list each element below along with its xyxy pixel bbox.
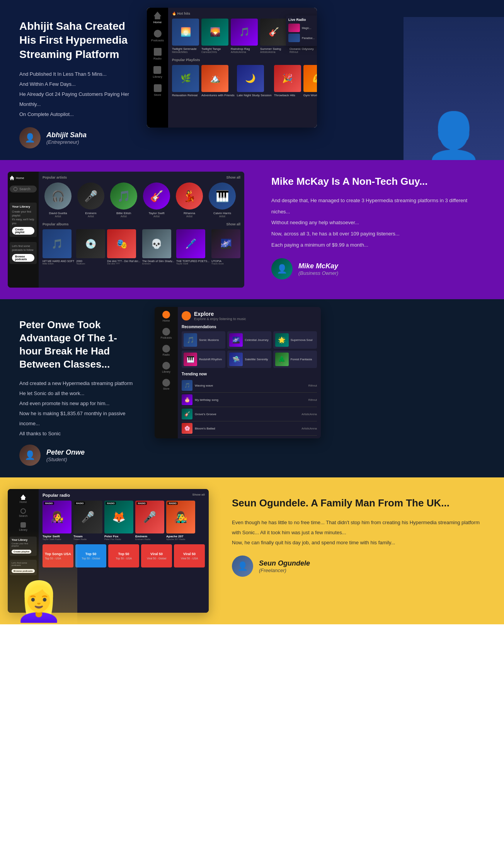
artist-2[interactable]: 🎵 Billie Eilish Artist [108, 182, 139, 218]
app1-nav-podcasts[interactable]: Podcasts [151, 30, 164, 42]
s2-author-info: Mike McKay (Business Owner) [298, 262, 338, 276]
artist-5[interactable]: 🎹 Calvin Harris Artist [207, 182, 238, 218]
rec-2[interactable]: 🌟 Supernova Soul [273, 331, 317, 349]
search-icon [14, 187, 17, 191]
app2-main: Popular artists Show all 🎧 David Guetta … [39, 172, 244, 288]
section1: Abhijit Saha Created His First Hypermedi… [0, 0, 504, 160]
section1-content: Abhijit Saha Created His First Hypermedi… [0, 0, 147, 160]
playlist-card-4[interactable]: 💪 Gym Workout [303, 65, 317, 97]
author-avatar: 👤 [19, 127, 41, 148]
track-card-3[interactable]: 🎸 Summer Swing ArtisticArena [260, 19, 287, 53]
trending-0[interactable]: 🎵 Waving wave Rithnut [182, 378, 317, 393]
create-playlist-btn[interactable]: Create playlist [12, 227, 34, 235]
albums-row: 🎵 HIT ME HARD AND SOFT Billie Eilish 💿 2… [43, 229, 240, 265]
author-name: Abhijit Saha [46, 131, 87, 139]
album-5[interactable]: 🌌 UTOPIA Travis Scott [211, 229, 240, 265]
artist-4[interactable]: 💃 Rihanna Artist [174, 182, 205, 218]
chart-4[interactable]: Viral 50 Viral 50 - USA [174, 544, 205, 567]
live-radio-panel: Live Radio Magic... Paradise... [286, 15, 317, 46]
browse-podcasts-btn[interactable]: Browse podcasts [12, 254, 34, 262]
bullet-2: And Within A Few Days... [19, 79, 135, 89]
rec-0[interactable]: 🎵 Sonic Illusions [182, 331, 225, 349]
live-radio-item-1[interactable]: Paradise... [288, 34, 317, 42]
playlist-card-2[interactable]: 🌙 Late Night Study Session [237, 65, 272, 97]
trending-2[interactable]: 🎸 Grove's Groove ArtisticArena [182, 407, 317, 421]
app-screenshot-2: Home Search Your Library Create your fir… [8, 172, 244, 288]
home-icon [162, 311, 170, 319]
artist-0[interactable]: 🎧 David Guetta Artist [43, 182, 73, 218]
section2-heading: Mike McKay Is A Non-Tech Guy... [271, 176, 485, 187]
section4-content: Seun Ogundele. A Family Man From The UK.… [216, 477, 504, 624]
explore-nav-radio[interactable]: Radio [162, 345, 170, 356]
app1-nav-library[interactable]: Library [153, 66, 162, 78]
radio-station-3[interactable]: 🎤 RADIO Eminem Eminem Radio [135, 501, 164, 540]
playlist-card-0[interactable]: 🌿 Relaxation Retreat [172, 65, 199, 97]
section1-app-area: Home Podcasts Radio Library [147, 0, 504, 160]
explore-nav-store[interactable]: Store [162, 379, 170, 390]
bullet-4: On Complete Autopilot... [19, 109, 135, 119]
s3-bullet-1: He let Sonic do all the work... [19, 389, 135, 399]
s2-bullet-0: And despite that, He managed to create 3… [271, 195, 485, 217]
trending-1[interactable]: 🎂 My birthday song Rithnut [182, 393, 317, 407]
artist-3[interactable]: 🎸 Taylor Swift Artist [141, 182, 172, 218]
author-info: Abhijit Saha (Entrepreneur) [46, 131, 87, 145]
section3: Peter Onwe Took Advantage Of The 1-hour … [0, 299, 504, 477]
radio-show-all[interactable]: Show all [192, 493, 205, 498]
artists-row: 🎧 David Guetta Artist 🎤 Eminem Artist 🎵 … [43, 182, 240, 218]
explore-icon-big [182, 311, 191, 320]
s3-bullet-3: Now he is making $1,835.67 monthly in pa… [19, 409, 135, 429]
album-3[interactable]: 💀 The Death of Slim Shady... Eminem [142, 229, 174, 265]
explore-nav-podcasts[interactable]: Podcasts [161, 328, 172, 339]
rec-4[interactable]: 🛸 Satellite Serenity [227, 351, 271, 368]
live-radio-item-0[interactable]: Magic... [288, 24, 317, 32]
explore-header: Explore Explore & enjoy listening to mus… [182, 311, 317, 321]
section2-app-area: Home Search Your Library Create your fir… [0, 160, 252, 299]
album-1[interactable]: 💿 2000 Taulborn [76, 229, 105, 265]
radio-station-2[interactable]: 🦊 RADIO Peter Fox Peter Fox Radio [104, 501, 133, 540]
bullet-1: And Published It In Less Than 5 Mins... [19, 69, 135, 79]
app1-nav-radio[interactable]: Radio [153, 48, 162, 60]
trending-3[interactable]: 🌸 Bloom's Ballad ArtisticArena [182, 421, 317, 436]
track-card-0[interactable]: 🌅 Twilight Serenade MelodicMiles [172, 19, 199, 53]
section4-bullets: Even though he has little to no free tim… [232, 518, 489, 548]
section3-bullets: And created a new Hypermedia streaming p… [19, 378, 135, 439]
album-4[interactable]: 🖊️ THE TORTURED POETS... Taylor Swift [176, 229, 209, 265]
explore-nav-library[interactable]: Library [162, 362, 170, 373]
rec-3[interactable]: 🎹 Redshift Rhythm [182, 351, 225, 368]
album-0[interactable]: 🎵 HIT ME HARD AND SOFT Billie Eilish [43, 229, 74, 265]
playlist-card-3[interactable]: 🎉 Throwback Hits [274, 65, 301, 97]
s4-bullet-1: Now, he can finally quit his day job, an… [232, 538, 489, 548]
artist-1[interactable]: 🎤 Eminem Artist [75, 182, 106, 218]
explore-nav-home[interactable]: Home [162, 311, 170, 322]
chart-2[interactable]: Top 50 Top 50 - USA [108, 544, 139, 567]
album-2[interactable]: 🎭 Die drei ??? - Der Raf der... Die drei… [107, 229, 140, 265]
trending-list: 🎵 Waving wave Rithnut 🎂 My birthday song [182, 378, 317, 436]
section4-app-area: 👱‍♀️ Home Search Library [0, 477, 216, 624]
recommendations-grid: 🎵 Sonic Illusions 🌌 Celestial Journey 🌟 … [182, 331, 317, 368]
library-icon [162, 362, 170, 370]
chart-3[interactable]: Viral 50 Viral 50 - Global [141, 544, 172, 567]
track-card-2[interactable]: 🎵 Raindrop Rag ArtisticArena [231, 19, 258, 53]
rec-1[interactable]: 🌌 Celestial Journey [227, 331, 271, 349]
chart-1[interactable]: Top 50 Top 50 - Global [75, 544, 106, 567]
app2-search[interactable]: Search [10, 186, 37, 193]
radio-station-1[interactable]: 🎤 RADIO Tream Tream Radio [73, 501, 102, 540]
track-card-1[interactable]: 🌄 Twilight Tango CanvasChrIs [201, 19, 228, 53]
s2-bullet-1: Without needing any help whatsoever... [271, 217, 485, 228]
app1-hot-hits-title: 🔥 Hot hits [172, 12, 313, 15]
app2-nav-home[interactable]: Home [10, 176, 37, 180]
woman-image: 👱‍♀️ [0, 489, 77, 624]
s3-author-info: Peter Onwe (Student) [46, 448, 85, 462]
playlist-card-1[interactable]: 🏔️ Adventures with Friends [201, 65, 235, 97]
author-title: (Entrepreneur) [46, 139, 87, 145]
app1-nav-home[interactable]: Home [153, 12, 162, 24]
rec-5[interactable]: 🌲 Forest Fantasia [273, 351, 317, 368]
section4-author: 👤 Seun Ogundele (Freelancer) [232, 556, 489, 577]
app1-nav-store[interactable]: Store [154, 84, 162, 97]
s4-author-name: Seun Ogundele [259, 559, 310, 567]
section3-author: 👤 Peter Onwe (Student) [19, 445, 135, 466]
explore-main: Explore Explore & enjoy listening to mus… [178, 307, 321, 438]
section2-bullets: And despite that, He managed to create 3… [271, 195, 485, 250]
s2-bullet-2: Now, across all 3, he has a bit over 109… [271, 228, 485, 240]
radio-station-4[interactable]: 👨‍🎤 RADIO Apache 207 Apache 207 Radio [166, 501, 195, 540]
